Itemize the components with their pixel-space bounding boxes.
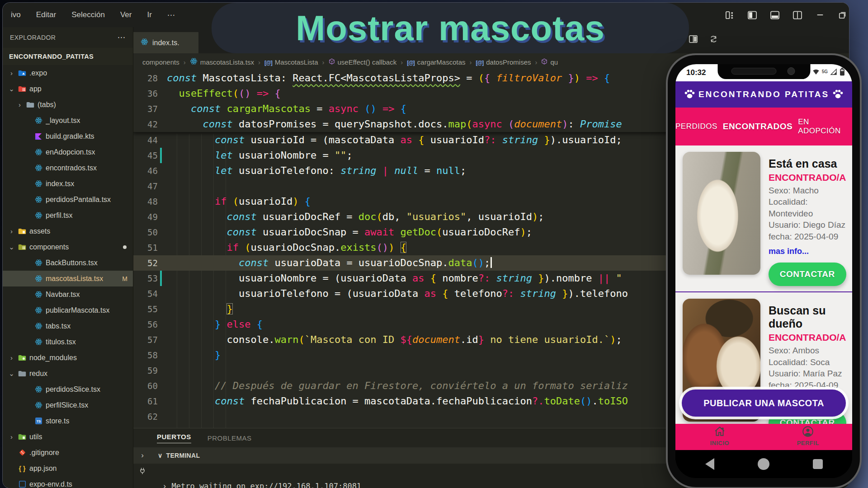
chevron-down-icon: ∨ xyxy=(158,452,163,459)
pet-card[interactable]: Está en casaENCONTRADO/ASexo: MachoLocal… xyxy=(675,145,852,290)
file-label: mascotasLista.tsx xyxy=(46,275,103,283)
file-row-tabs[interactable]: ›(tabs) xyxy=(3,97,133,113)
file-row-app.json[interactable]: { }app.json xyxy=(3,460,133,476)
file-row-Navbar.tsx[interactable]: Navbar.tsx xyxy=(3,286,133,302)
panel-tab-puertos[interactable]: PUERTOS xyxy=(157,433,191,443)
folder-redux-icon xyxy=(18,370,26,377)
menu-item-selección[interactable]: Selección xyxy=(71,10,105,20)
file-row-assets[interactable]: ›assets xyxy=(3,223,133,239)
file-row-mascotasLista.tsx[interactable]: mascotasLista.tsxM xyxy=(3,271,133,286)
android-recents-button[interactable] xyxy=(813,459,823,469)
file-row-build.gradle.kts[interactable]: build.gradle.kts xyxy=(3,128,133,144)
panel-tab-problemas[interactable]: PROBLEMAS xyxy=(208,434,252,442)
nav-item-inicio[interactable]: INICIO xyxy=(693,426,747,446)
file-label: Navbar.tsx xyxy=(46,291,80,299)
folder-assets-icon xyxy=(18,227,26,235)
menu-item-ivo[interactable]: ivo xyxy=(11,10,21,20)
android-back-button[interactable] xyxy=(705,458,714,470)
react-icon xyxy=(34,196,42,203)
react-icon xyxy=(34,148,42,156)
file-row-perdidosPantalla.tsx[interactable]: perdidosPantalla.tsx xyxy=(3,192,133,207)
file-row-perfil.tsx[interactable]: perfil.tsx xyxy=(3,207,133,223)
terminal-output: › Metro waiting on exp://192.168.1.107:8… xyxy=(162,482,361,488)
file-row-perfilSlice.tsx[interactable]: perfilSlice.tsx xyxy=(3,397,133,413)
split-editor-icon[interactable] xyxy=(689,35,698,45)
file-row-perdidosSlice.tsx[interactable]: perdidosSlice.tsx xyxy=(3,381,133,397)
publish-pet-button[interactable]: PUBLICAR UNA MASCOTA xyxy=(682,389,846,417)
line-number: 57 xyxy=(133,332,160,347)
menu-item-ir[interactable]: Ir xyxy=(147,10,151,20)
menu-item-editar[interactable]: Editar xyxy=(36,10,56,20)
file-row-encontrados.tsx[interactable]: encontrados.tsx xyxy=(3,160,133,176)
pet-details: Sexo: MachoLocalidad:MontevideoUsuario: … xyxy=(769,185,846,242)
file-row-tabs.tsx[interactable]: tabs.tsx xyxy=(3,318,133,334)
breadcrumb-separator: › xyxy=(470,58,472,66)
breadcrumb-item[interactable]: components xyxy=(142,58,179,66)
restore-icon[interactable] xyxy=(838,11,847,19)
line-number: 50 xyxy=(133,225,160,240)
folder-gray-icon xyxy=(26,101,34,108)
explorer-title: EXPLORADOR xyxy=(10,34,56,41)
file-row-_layout.tsx[interactable]: _layout.tsx xyxy=(3,113,133,128)
app-tab-en-adopción[interactable]: EN ADOPCIÓN xyxy=(798,117,852,136)
file-row-.expo[interactable]: ›.expo xyxy=(3,65,133,81)
file-label: build.gradle.kts xyxy=(46,132,94,141)
breadcrumb-separator: › xyxy=(258,58,260,66)
breadcrumb-item[interactable]: mascotasLista.tsx xyxy=(190,57,254,66)
file-row-enAdopcion.tsx[interactable]: enAdopcion.tsx xyxy=(3,144,133,160)
folder-expo-icon xyxy=(18,69,26,77)
react-icon xyxy=(34,117,42,124)
minimize-icon[interactable] xyxy=(816,11,825,19)
more-info-link[interactable]: mas info... xyxy=(769,247,846,256)
file-label: (tabs) xyxy=(38,101,56,109)
line-number: 37 xyxy=(133,101,160,117)
breadcrumb-item[interactable]: [@]cargarMascotas xyxy=(407,58,465,66)
file-row-expo-env.d.ts[interactable]: expo-env.d.ts xyxy=(3,476,133,488)
breadcrumb-item[interactable]: [@]datosPromises xyxy=(476,58,531,66)
tab-index-tsx[interactable]: index.ts. xyxy=(133,32,198,53)
file-row-BackButtons.tsx[interactable]: BackButtons.tsx xyxy=(3,255,133,271)
line-number: 49 xyxy=(133,209,160,225)
file-row-node_modules[interactable]: ›node_modules xyxy=(3,350,133,366)
chevron-right-icon[interactable]: › xyxy=(141,451,144,460)
file-row-utils[interactable]: ›utils xyxy=(3,429,133,445)
android-home-button[interactable] xyxy=(758,458,769,470)
file-row-redux[interactable]: ⌄redux xyxy=(3,366,133,381)
sync-icon[interactable] xyxy=(709,35,718,45)
pet-status: ENCONTRADO/A xyxy=(769,332,846,343)
file-row-index.tsx[interactable]: index.tsx xyxy=(3,176,133,192)
breadcrumb-item[interactable]: useEffect() callback xyxy=(329,58,397,66)
file-row-publicarMascota.tsx[interactable]: publicarMascota.tsx xyxy=(3,302,133,318)
file-row-components[interactable]: ⌄components xyxy=(3,239,133,255)
project-root[interactable]: ENCONTRANDO_PATITAS xyxy=(3,48,133,65)
file-row-titulos.tsx[interactable]: titulos.tsx xyxy=(3,334,133,350)
contact-button[interactable]: CONTACTAR xyxy=(769,263,846,286)
battery-icon xyxy=(840,68,845,78)
menu-item-[interactable]: ⋯ xyxy=(167,10,175,20)
panel-left-icon[interactable] xyxy=(748,11,757,19)
line-number: 55 xyxy=(133,301,160,317)
file-row-store.ts[interactable]: TSstore.ts xyxy=(3,413,133,429)
breadcrumb-item[interactable]: qu xyxy=(541,58,558,66)
file-label: BackButtons.tsx xyxy=(46,259,98,267)
file-row-app[interactable]: ⌄app xyxy=(3,81,133,97)
chevron-right-icon: › xyxy=(8,227,15,235)
explorer-more-icon[interactable]: ⋯ xyxy=(118,33,126,42)
breadcrumb-item[interactable]: [@]MascotasLista xyxy=(264,58,318,66)
file-label: assets xyxy=(29,227,50,235)
nav-item-perfil[interactable]: PERFIL xyxy=(781,426,835,446)
symbol-icon: [@] xyxy=(407,58,415,66)
react-icon xyxy=(141,38,148,47)
app-title: ENCONTRANDO PATITAS xyxy=(698,89,829,99)
file-label: store.ts xyxy=(46,417,69,425)
panel-bottom-icon[interactable] xyxy=(770,11,779,19)
menu-item-ver[interactable]: Ver xyxy=(120,10,132,20)
file-row-.gitignore[interactable]: .gitignore xyxy=(3,445,133,460)
app-tab-perdidos[interactable]: PERDIDOS xyxy=(675,122,717,131)
panel-right-icon[interactable] xyxy=(793,11,802,19)
customize-layout-icon[interactable] xyxy=(725,11,734,19)
app-tab-encontrados[interactable]: ENCONTRADOS xyxy=(723,122,793,131)
json-icon: { } xyxy=(18,465,26,472)
text-cursor xyxy=(491,257,492,268)
file-label: app xyxy=(29,85,42,93)
